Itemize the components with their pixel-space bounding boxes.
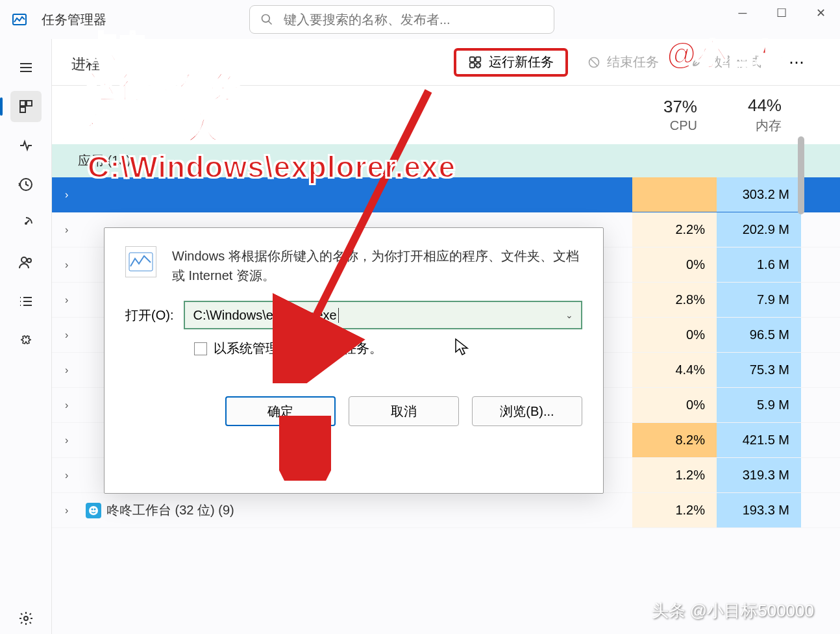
svg-rect-7 bbox=[27, 101, 32, 106]
nav-details-icon[interactable] bbox=[10, 286, 42, 317]
cpu-cell: 1.2% bbox=[632, 493, 717, 527]
svg-line-28 bbox=[591, 59, 597, 66]
nav-history-icon[interactable] bbox=[10, 169, 42, 200]
svg-point-1 bbox=[262, 15, 270, 23]
mem-label: 内存 bbox=[723, 117, 782, 134]
nav-services-icon[interactable] bbox=[10, 325, 42, 356]
mem-cell: 7.9 M bbox=[717, 283, 801, 317]
open-label: 打开(O): bbox=[125, 307, 173, 324]
page-title: 进程 bbox=[71, 55, 100, 74]
app-icon bbox=[10, 10, 29, 29]
cancel-button[interactable]: 取消 bbox=[349, 396, 459, 426]
cpu-cell: 2.2% bbox=[632, 212, 717, 247]
admin-checkbox-label: 以系统管理权限创建此任务。 bbox=[214, 340, 382, 357]
efficiency-label: 效率模式 bbox=[710, 53, 761, 71]
nav-startup-icon[interactable] bbox=[10, 208, 42, 239]
mem-cell: 1.6 M bbox=[717, 247, 801, 282]
svg-point-20 bbox=[24, 616, 28, 620]
minimize-button[interactable]: ─ bbox=[723, 0, 762, 26]
mem-cell: 193.3 M bbox=[717, 493, 801, 527]
mem-column-header[interactable]: 44% 内存 bbox=[710, 95, 795, 134]
watermark: 头条 @小目标500000 bbox=[652, 600, 814, 622]
mem-cell: 75.3 M bbox=[717, 353, 801, 387]
admin-checkbox[interactable] bbox=[194, 342, 207, 355]
svg-point-32 bbox=[92, 508, 93, 510]
svg-point-31 bbox=[89, 506, 98, 515]
chevron-down-icon[interactable]: ⌄ bbox=[565, 310, 573, 320]
chevron-right-icon[interactable]: › bbox=[65, 294, 80, 306]
svg-rect-21 bbox=[470, 57, 475, 61]
open-combobox[interactable]: C:\Windows\explorer.exe ⌄ bbox=[184, 301, 582, 329]
svg-rect-22 bbox=[470, 62, 475, 67]
end-task-icon bbox=[587, 56, 600, 69]
more-button[interactable]: ⋯ bbox=[781, 53, 814, 71]
chevron-right-icon[interactable]: › bbox=[65, 224, 80, 236]
svg-point-33 bbox=[94, 508, 96, 510]
mem-cell: 96.5 M bbox=[717, 318, 801, 352]
nav-settings-icon[interactable] bbox=[10, 603, 42, 634]
mem-cell: 303.2 M bbox=[717, 177, 801, 212]
chevron-right-icon[interactable]: › bbox=[65, 505, 80, 516]
leaf-icon bbox=[690, 56, 703, 69]
run-dialog: Windows 将根据你所键入的名称，为你打开相应的程序、文件夹、文档或 Int… bbox=[104, 227, 604, 494]
svg-point-13 bbox=[27, 259, 31, 262]
nav-processes-icon[interactable] bbox=[10, 91, 42, 122]
chevron-right-icon[interactable]: › bbox=[65, 399, 80, 411]
run-task-label: 运行新任务 bbox=[489, 53, 554, 71]
app-thumbnail-icon bbox=[86, 503, 101, 518]
cpu-cell: 0% bbox=[632, 247, 717, 282]
svg-point-12 bbox=[21, 257, 27, 262]
nav-users-icon[interactable] bbox=[10, 247, 42, 278]
nav-menu-icon[interactable] bbox=[10, 52, 42, 83]
cpu-label: CPU bbox=[639, 118, 697, 133]
app-title: 任务管理器 bbox=[42, 11, 106, 29]
end-task-button[interactable]: 结束任务 bbox=[576, 48, 671, 77]
svg-rect-6 bbox=[20, 101, 25, 106]
chevron-right-icon[interactable]: › bbox=[65, 435, 80, 446]
end-task-label: 结束任务 bbox=[607, 53, 659, 71]
run-task-button[interactable]: 运行新任务 bbox=[454, 48, 568, 77]
cpu-cell: 0% bbox=[632, 388, 717, 422]
column-headers: 37% CPU 44% 内存 bbox=[52, 86, 840, 144]
chevron-right-icon[interactable]: › bbox=[65, 259, 80, 271]
sidebar bbox=[0, 39, 52, 634]
cpu-cell: 8.2% bbox=[632, 423, 717, 457]
close-button[interactable]: ✕ bbox=[801, 0, 840, 26]
search-icon bbox=[260, 13, 273, 26]
titlebar: 任务管理器 bbox=[0, 0, 840, 39]
ok-button[interactable]: 确定 bbox=[225, 396, 336, 426]
cpu-cell: 0% bbox=[632, 318, 717, 352]
dialog-description: Windows 将根据你所键入的名称，为你打开相应的程序、文件夹、文档或 Int… bbox=[172, 246, 582, 285]
run-task-icon bbox=[468, 55, 482, 70]
chevron-right-icon[interactable]: › bbox=[65, 189, 80, 201]
dialog-app-icon bbox=[125, 246, 156, 277]
section-apps: 应用 (13) bbox=[52, 144, 840, 177]
mem-cell: 5.9 M bbox=[717, 388, 801, 422]
open-input-value: C:\Windows\explorer.exe bbox=[193, 308, 338, 323]
search-input[interactable] bbox=[284, 12, 543, 27]
svg-line-11 bbox=[26, 220, 29, 223]
mem-cell: 319.3 M bbox=[717, 458, 801, 492]
maximize-button[interactable]: ☐ bbox=[762, 0, 801, 26]
table-row[interactable]: › 303.2 M bbox=[52, 177, 840, 212]
efficiency-button[interactable]: 效率模式 bbox=[678, 48, 773, 77]
cpu-pct: 37% bbox=[639, 97, 697, 117]
mem-cell: 421.5 M bbox=[717, 423, 801, 457]
toolbar: 运行新任务 结束任务 效率模式 ⋯ bbox=[52, 39, 840, 86]
cpu-cell: 4.4% bbox=[632, 353, 717, 387]
cpu-column-header[interactable]: 37% CPU bbox=[626, 97, 710, 133]
chevron-right-icon[interactable]: › bbox=[65, 470, 80, 481]
search-box[interactable] bbox=[249, 5, 554, 34]
chevron-right-icon[interactable]: › bbox=[65, 329, 80, 341]
cpu-cell: 2.8% bbox=[632, 283, 717, 317]
svg-rect-8 bbox=[20, 107, 25, 112]
mem-pct: 44% bbox=[723, 95, 782, 116]
table-row[interactable]: › 咚咚工作台 (32 位) (9) 1.2% 193.3 M bbox=[52, 493, 840, 528]
cpu-cell: 1.2% bbox=[632, 458, 717, 492]
browse-button[interactable]: 浏览(B)... bbox=[472, 396, 582, 426]
nav-performance-icon[interactable] bbox=[10, 130, 42, 161]
svg-line-2 bbox=[269, 21, 272, 25]
scrollbar-thumb[interactable] bbox=[798, 136, 804, 214]
chevron-right-icon[interactable]: › bbox=[65, 364, 80, 376]
process-name: 咚咚工作台 (32 位) (9) bbox=[106, 501, 632, 519]
